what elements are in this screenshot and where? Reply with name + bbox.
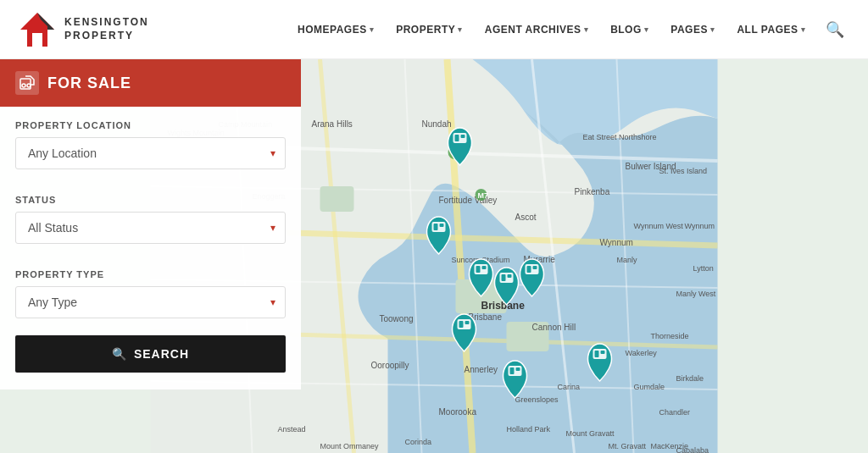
for-sale-label: FOR SALE bbox=[47, 75, 131, 92]
svg-text:Anstead: Anstead bbox=[278, 425, 306, 434]
svg-rect-85 bbox=[510, 367, 515, 374]
type-filter-label: PROPERTY TYPE bbox=[15, 269, 286, 279]
svg-text:Thorneside: Thorneside bbox=[651, 332, 689, 340]
svg-rect-18 bbox=[320, 186, 354, 212]
status-select-wrapper: All Status For Sale For Rent Sold ▾ bbox=[15, 212, 286, 244]
svg-text:Toowong: Toowong bbox=[380, 314, 414, 323]
type-select[interactable]: Any Type House Apartment Land Commercial bbox=[15, 286, 286, 318]
header: KENSINGTON PROPERTY HOMEPAGES ▾ PROPERTY… bbox=[0, 0, 868, 59]
svg-text:Manly West: Manly West bbox=[676, 290, 716, 298]
status-filter-section: STATUS All Status For Sale For Rent Sold… bbox=[0, 181, 301, 244]
nav-all-pages[interactable]: ALL PAGES ▾ bbox=[728, 17, 814, 42]
nav-homepages[interactable]: HOMEPAGES ▾ bbox=[289, 17, 382, 42]
main-content: Brisbane Brisbane Ascot Fortitude Valley… bbox=[0, 59, 868, 453]
svg-text:Arana Hills: Arana Hills bbox=[312, 119, 353, 129]
svg-text:Nundah: Nundah bbox=[422, 119, 452, 129]
status-select[interactable]: All Status For Sale For Rent Sold bbox=[15, 212, 286, 244]
svg-text:Cannon Hill: Cannon Hill bbox=[532, 323, 576, 332]
logo-text: KENSINGTON PROPERTY bbox=[64, 16, 149, 42]
chevron-down-icon: ▾ bbox=[584, 25, 589, 34]
chevron-down-icon: ▾ bbox=[458, 25, 463, 34]
svg-rect-73 bbox=[476, 266, 481, 273]
nav-agent-archives[interactable]: AGENT ARCHIVES ▾ bbox=[476, 17, 597, 42]
svg-text:Moorooka: Moorooka bbox=[439, 407, 477, 417]
svg-text:Manly: Manly bbox=[617, 256, 638, 264]
svg-text:Gumdale: Gumdale bbox=[634, 383, 665, 391]
svg-text:Ooroopilly: Ooroopilly bbox=[371, 361, 409, 370]
svg-text:Mount Gravatt: Mount Gravatt bbox=[566, 429, 615, 438]
main-nav: HOMEPAGES ▾ PROPERTY ▾ AGENT ARCHIVES ▾ … bbox=[289, 14, 851, 46]
svg-text:Wakerley: Wakerley bbox=[626, 349, 658, 357]
svg-text:Eat Street Northshore: Eat Street Northshore bbox=[583, 133, 657, 141]
svg-rect-2 bbox=[32, 33, 42, 47]
location-filter-section: PROPERTY LOCATION Any Location Brisbane … bbox=[0, 107, 301, 169]
location-select[interactable]: Any Location Brisbane Sydney Melbourne bbox=[15, 137, 286, 169]
type-filter-section: PROPERTY TYPE Any Type House Apartment L… bbox=[0, 256, 301, 318]
svg-rect-71 bbox=[440, 224, 444, 227]
svg-rect-74 bbox=[482, 266, 487, 269]
nav-blog[interactable]: BLOG ▾ bbox=[602, 17, 657, 42]
svg-rect-68 bbox=[461, 135, 465, 138]
svg-text:Pinkenba: Pinkenba bbox=[575, 187, 610, 196]
search-sidebar: FOR SALE PROPERTY LOCATION Any Location … bbox=[0, 59, 301, 389]
svg-text:Carina: Carina bbox=[558, 383, 581, 391]
location-select-wrapper: Any Location Brisbane Sydney Melbourne ▾ bbox=[15, 137, 286, 169]
svg-rect-89 bbox=[601, 351, 605, 354]
svg-rect-67 bbox=[455, 135, 459, 141]
for-sale-icon bbox=[15, 71, 39, 95]
for-sale-header: FOR SALE bbox=[0, 59, 301, 107]
svg-text:Lytton: Lytton bbox=[693, 264, 714, 273]
logo[interactable]: KENSINGTON PROPERTY bbox=[17, 9, 149, 50]
svg-rect-88 bbox=[595, 351, 599, 357]
search-icon: 🔍 bbox=[112, 347, 127, 361]
svg-text:Corinda: Corinda bbox=[405, 438, 432, 446]
type-select-wrapper: Any Type House Apartment Land Commercial… bbox=[15, 286, 286, 318]
svg-rect-77 bbox=[508, 274, 512, 278]
svg-text:Birkdale: Birkdale bbox=[676, 374, 704, 383]
status-filter-label: STATUS bbox=[15, 195, 286, 205]
svg-rect-76 bbox=[502, 274, 506, 281]
svg-rect-86 bbox=[516, 367, 520, 371]
svg-point-91 bbox=[22, 84, 25, 87]
search-button[interactable]: 🔍 SEARCH bbox=[15, 335, 286, 373]
svg-rect-83 bbox=[465, 321, 470, 324]
svg-text:M7: M7 bbox=[478, 191, 489, 200]
nav-property[interactable]: PROPERTY ▾ bbox=[387, 17, 471, 42]
header-search-button[interactable]: 🔍 bbox=[819, 14, 851, 46]
svg-text:Wynnum West: Wynnum West bbox=[634, 222, 684, 230]
chevron-down-icon: ▾ bbox=[710, 25, 715, 34]
svg-rect-82 bbox=[459, 321, 464, 328]
location-filter-label: PROPERTY LOCATION bbox=[15, 120, 286, 130]
svg-text:Wynnum: Wynnum bbox=[685, 222, 715, 230]
svg-text:St. Ives Island: St. Ives Island bbox=[659, 167, 708, 175]
svg-text:Chandler: Chandler bbox=[659, 408, 691, 417]
chevron-down-icon: ▾ bbox=[644, 25, 649, 34]
chevron-down-icon: ▾ bbox=[370, 25, 375, 34]
svg-text:Mt. Gravatt: Mt. Gravatt bbox=[609, 442, 647, 450]
svg-text:Ascot: Ascot bbox=[515, 213, 537, 222]
svg-text:Greenslopes: Greenslopes bbox=[515, 395, 559, 404]
svg-text:MacKenzie: MacKenzie bbox=[651, 442, 689, 450]
svg-rect-80 bbox=[533, 266, 537, 269]
chevron-down-icon: ▾ bbox=[801, 25, 806, 34]
svg-rect-79 bbox=[527, 266, 531, 273]
svg-text:Wynnum: Wynnum bbox=[600, 238, 633, 247]
svg-rect-70 bbox=[434, 224, 438, 230]
svg-text:Annerley: Annerley bbox=[465, 365, 498, 374]
nav-pages[interactable]: PAGES ▾ bbox=[662, 17, 723, 42]
svg-text:Mount Ommaney: Mount Ommaney bbox=[320, 442, 380, 450]
svg-point-92 bbox=[27, 84, 31, 87]
logo-icon bbox=[17, 9, 58, 50]
svg-text:Holland Park: Holland Park bbox=[507, 425, 551, 434]
